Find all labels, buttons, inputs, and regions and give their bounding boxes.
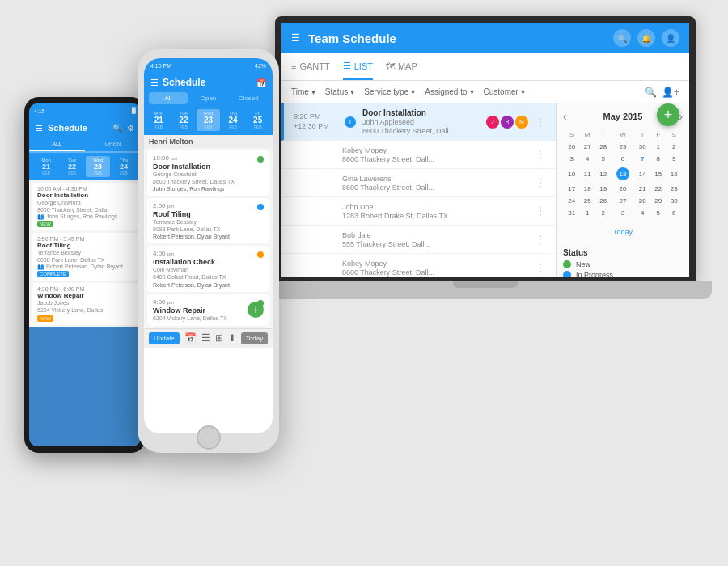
cal-day[interactable]: 29 bbox=[612, 142, 633, 152]
list-item[interactable]: 2:50 PM - 3:45 PM Roof Tiling Terrance B… bbox=[32, 233, 138, 281]
notification-icon[interactable]: 🔔 bbox=[637, 29, 655, 47]
android-tab-open[interactable]: OPEN bbox=[85, 137, 141, 151]
android-date-item[interactable]: Tue22 FEB bbox=[60, 156, 84, 177]
cal-prev-icon[interactable]: ‹ bbox=[563, 110, 567, 123]
more-options-icon[interactable]: ⋮ bbox=[535, 261, 546, 274]
more-options-icon[interactable]: ⋮ bbox=[535, 116, 546, 129]
ios-date-item[interactable]: Mon21 FEB bbox=[147, 109, 171, 131]
android-search-icon[interactable]: 🔍 bbox=[112, 124, 122, 133]
filter-time[interactable]: Time ▾ bbox=[291, 87, 315, 96]
cal-day[interactable]: 28 bbox=[636, 196, 650, 206]
cal-day[interactable]: 21 bbox=[636, 184, 650, 194]
cal-day[interactable]: 17 bbox=[565, 184, 578, 194]
ios-tab-all[interactable]: All bbox=[149, 92, 188, 104]
ios-home-button[interactable] bbox=[197, 425, 221, 450]
ios-date-item[interactable]: Tue22 FEB bbox=[172, 109, 196, 131]
cal-day[interactable]: 7 bbox=[636, 154, 650, 164]
list-item[interactable]: 4:00 pm Installation Check Cole Newman 6… bbox=[147, 246, 269, 291]
cal-day[interactable]: 27 bbox=[612, 196, 633, 206]
filter-service[interactable]: Service type ▾ bbox=[364, 87, 415, 96]
cal-day[interactable]: 27 bbox=[580, 142, 594, 152]
cal-day[interactable]: 16 bbox=[667, 166, 681, 182]
cal-day[interactable]: 31 bbox=[565, 208, 578, 218]
cal-day[interactable]: 10 bbox=[565, 166, 578, 182]
grid-icon[interactable]: ⊞ bbox=[215, 332, 223, 344]
cal-day[interactable]: 24 bbox=[565, 196, 578, 206]
cal-day[interactable]: 12 bbox=[596, 166, 610, 182]
cal-day[interactable]: 30 bbox=[667, 196, 681, 206]
filter-status[interactable]: Status ▾ bbox=[325, 87, 354, 96]
cal-day[interactable]: 20 bbox=[612, 184, 633, 194]
cal-day[interactable]: 26 bbox=[596, 196, 610, 206]
cal-day[interactable]: 23 bbox=[667, 184, 681, 194]
ios-calendar-icon[interactable]: 📅 bbox=[256, 78, 266, 87]
list-item[interactable]: 4:30 PM - 6:00 PM Window Repair Jacob Jo… bbox=[32, 283, 138, 324]
ios-date-item[interactable]: Thu24 FEB bbox=[222, 109, 245, 131]
cal-day[interactable]: 2 bbox=[667, 142, 681, 152]
search-icon[interactable]: 🔍 bbox=[613, 29, 631, 47]
cal-day[interactable]: 3 bbox=[612, 208, 633, 218]
cal-day[interactable]: 9 bbox=[667, 154, 681, 164]
cal-day[interactable]: 5 bbox=[596, 154, 610, 164]
more-options-icon[interactable]: ⋮ bbox=[535, 233, 546, 246]
cal-day[interactable]: 3 bbox=[565, 154, 578, 164]
cal-day[interactable]: 25 bbox=[580, 196, 594, 206]
cal-day[interactable]: 6 bbox=[612, 154, 633, 164]
cal-day[interactable]: 14 bbox=[636, 166, 650, 182]
table-row[interactable]: Kobey Mopey 8600 Thackery Street, Dall..… bbox=[281, 141, 556, 169]
android-menu-icon[interactable]: ☰ bbox=[36, 124, 43, 133]
list-item[interactable]: 4:30 pm Window Repair 6204 Vickery Lane,… bbox=[147, 294, 269, 326]
update-button[interactable]: Update bbox=[149, 332, 180, 344]
cal-day[interactable]: 28 bbox=[596, 142, 610, 152]
table-row[interactable]: Bob dale 555 Thackery Street, Dall... ⋮ bbox=[281, 226, 556, 254]
ios-menu-icon[interactable]: ☰ bbox=[150, 78, 159, 88]
cal-day[interactable]: 2 bbox=[596, 208, 610, 218]
more-options-icon[interactable]: ⋮ bbox=[535, 176, 546, 189]
cal-day[interactable]: 1 bbox=[580, 208, 594, 218]
cal-day[interactable]: 19 bbox=[596, 184, 610, 194]
cal-day[interactable]: 22 bbox=[651, 184, 665, 194]
cal-day[interactable]: 13 bbox=[612, 166, 633, 182]
ios-tab-open[interactable]: Open bbox=[189, 92, 228, 104]
nav-icon[interactable]: ⬆ bbox=[228, 332, 236, 344]
search-toggle-icon[interactable]: 🔍 bbox=[645, 87, 657, 98]
add-person-icon[interactable]: 👤+ bbox=[662, 87, 679, 98]
ios-date-item-active[interactable]: Wed23 FEB bbox=[197, 109, 220, 131]
cal-day[interactable]: 11 bbox=[580, 166, 594, 182]
today-button[interactable]: Today bbox=[613, 228, 633, 236]
tab-gantt[interactable]: ≡ GANTT bbox=[291, 53, 330, 80]
cal-day[interactable]: 1 bbox=[651, 142, 665, 152]
calendar-icon[interactable]: 📅 bbox=[184, 332, 197, 344]
list-item[interactable]: 2:50 pm Roof Tiling Terrance Beasley 808… bbox=[147, 198, 269, 243]
filter-customer[interactable]: Customer ▾ bbox=[484, 87, 525, 96]
cal-day[interactable]: 30 bbox=[636, 142, 650, 152]
android-date-item[interactable]: Mon21 FEB bbox=[34, 156, 58, 177]
user-icon[interactable]: 👤 bbox=[662, 29, 679, 47]
table-row[interactable]: 9:20 PM +12:30 PM i Door Installation Jo… bbox=[281, 103, 556, 141]
list-item[interactable]: 10:00 pm Door Installation George Crawfo… bbox=[147, 150, 269, 196]
fab-button[interactable]: + bbox=[657, 103, 679, 126]
cal-day[interactable]: 8 bbox=[651, 154, 665, 164]
tab-map[interactable]: 🗺 MAP bbox=[386, 53, 417, 80]
hamburger-icon[interactable]: ☰ bbox=[291, 32, 300, 44]
cal-day[interactable]: 4 bbox=[580, 154, 594, 164]
android-tab-all[interactable]: ALL bbox=[29, 137, 85, 151]
tab-list[interactable]: ☰ LIST bbox=[343, 53, 373, 80]
cal-day[interactable]: 18 bbox=[580, 184, 594, 194]
android-date-item[interactable]: Thu24 FEB bbox=[112, 156, 136, 177]
cal-next-icon[interactable]: › bbox=[679, 110, 683, 123]
cal-day[interactable]: 6 bbox=[667, 208, 681, 218]
android-filter-icon[interactable]: ⚙ bbox=[127, 124, 134, 133]
list-item[interactable]: 10:00 AM - 4:30 PM Door Installation Geo… bbox=[32, 183, 138, 230]
table-row[interactable]: Gina Lawerens 8600 Thackery Street, Dall… bbox=[281, 169, 556, 197]
today-button[interactable]: Today bbox=[241, 332, 268, 344]
table-row[interactable]: John Doe 1283 Robert Drake St, Dallas TX… bbox=[281, 197, 556, 226]
ios-tab-closed[interactable]: Closed bbox=[229, 92, 268, 104]
list-icon[interactable]: ☰ bbox=[201, 332, 210, 344]
more-options-icon[interactable]: ⋮ bbox=[535, 205, 546, 218]
cal-day[interactable]: 26 bbox=[565, 142, 578, 152]
cal-day[interactable]: 4 bbox=[636, 208, 650, 218]
filter-assigned[interactable]: Assigned to ▾ bbox=[425, 87, 473, 96]
android-date-item-active[interactable]: Wed23 FEB bbox=[86, 156, 110, 177]
cal-day[interactable]: 5 bbox=[651, 208, 665, 218]
